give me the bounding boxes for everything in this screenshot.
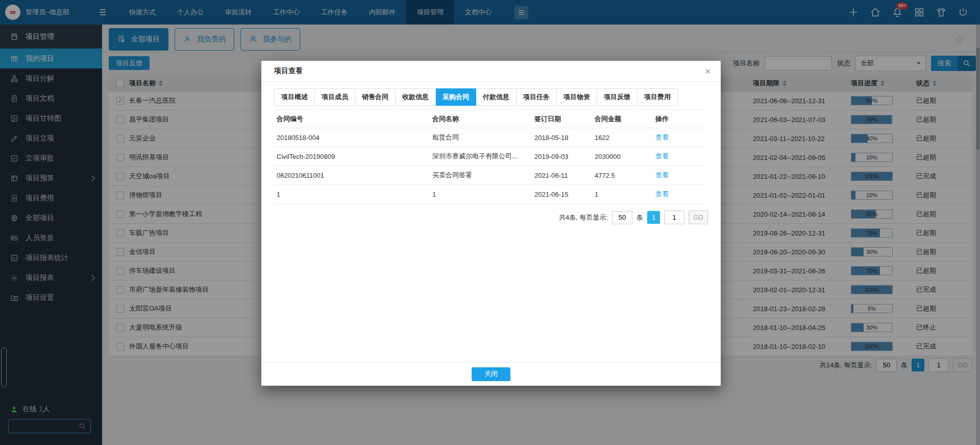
modal-title: 项目查看	[274, 66, 303, 76]
page-size-input[interactable]	[612, 211, 632, 224]
goto-page-input[interactable]	[664, 210, 684, 224]
view-link[interactable]: 查看	[655, 152, 669, 160]
modal-tab[interactable]: 项目费用	[638, 88, 678, 106]
pagination-unit: 条	[636, 213, 643, 222]
modal-tab[interactable]: 付款信息	[476, 88, 517, 106]
modal-tab[interactable]: 收款信息	[396, 88, 436, 106]
col-contract-no: 合同编号	[274, 114, 430, 124]
contract-amount: 1622	[592, 134, 653, 142]
modal-tabs: 项目概述项目成员销售合同收款信息采购合同付款信息项目任务项目物资项目反馈项目费用	[274, 88, 708, 106]
contract-row: 0620210611001买卖合同签署2021-06-114772.5查看	[274, 166, 708, 185]
pagination-total: 共4条, 每页显示:	[559, 213, 608, 222]
contract-table-header: 合同编号 合同名称 签订日期 合同金额 操作	[274, 110, 708, 128]
col-actions: 操作	[653, 114, 708, 124]
close-icon[interactable]: ×	[705, 66, 710, 76]
modal-header: 项目查看 ×	[261, 61, 721, 82]
contract-table-body: 20180518-004租赁合同2018-05-181622查看CivilTec…	[274, 128, 708, 204]
contract-row: 20180518-004租赁合同2018-05-181622查看	[274, 128, 708, 147]
modal-pagination: 共4条, 每页显示: 条 1 GO	[274, 210, 708, 224]
project-view-modal: 项目查看 × 项目概述项目成员销售合同收款信息采购合同付款信息项目任务项目物资项…	[261, 61, 721, 386]
view-link[interactable]: 查看	[655, 171, 669, 179]
col-amount: 合同金额	[592, 114, 653, 124]
contract-no: CivilTech-20190809	[274, 153, 430, 160]
view-link[interactable]: 查看	[655, 190, 669, 198]
sign-date: 2021-06-11	[532, 172, 592, 179]
contract-name: 买卖合同签署	[430, 171, 532, 180]
contract-name: 1	[430, 191, 532, 198]
contract-no: 1	[274, 191, 430, 198]
contract-amount: 4772.5	[592, 172, 653, 179]
go-button[interactable]: GO	[689, 210, 708, 224]
col-sign-date: 签订日期	[532, 114, 592, 124]
contract-name: 深圳市赛威尔电子有限公司...	[430, 152, 532, 161]
sign-date: 2018-05-18	[532, 134, 592, 142]
sign-date: 2021-06-15	[532, 191, 592, 198]
modal-tab[interactable]: 项目成员	[315, 88, 355, 106]
close-button[interactable]: 关闭	[472, 367, 510, 381]
col-contract-name: 合同名称	[430, 114, 532, 124]
contract-amount: 2030000	[592, 153, 653, 160]
modal-tab[interactable]: 项目反馈	[597, 88, 638, 106]
modal-tab[interactable]: 项目物资	[557, 88, 597, 106]
contract-name: 租赁合同	[430, 133, 532, 142]
modal-tab[interactable]: 项目任务	[517, 88, 557, 106]
sign-date: 2019-09-03	[532, 153, 592, 160]
contract-table: 合同编号 合同名称 签订日期 合同金额 操作 20180518-004租赁合同2…	[274, 110, 708, 204]
contract-row: CivilTech-20190809深圳市赛威尔电子有限公司...2019-09…	[274, 147, 708, 166]
contract-amount: 1	[592, 191, 653, 198]
modal-tab[interactable]: 采购合同	[436, 88, 476, 106]
modal-tab[interactable]: 销售合同	[355, 88, 396, 106]
view-link[interactable]: 查看	[655, 133, 669, 141]
contract-row: 112021-06-151查看	[274, 185, 708, 204]
modal-tab[interactable]: 项目概述	[274, 88, 315, 106]
contract-no: 20180518-004	[274, 134, 430, 142]
contract-no: 0620210611001	[274, 172, 430, 179]
current-page-button[interactable]: 1	[647, 211, 660, 224]
modal-footer: 关闭	[261, 362, 721, 386]
